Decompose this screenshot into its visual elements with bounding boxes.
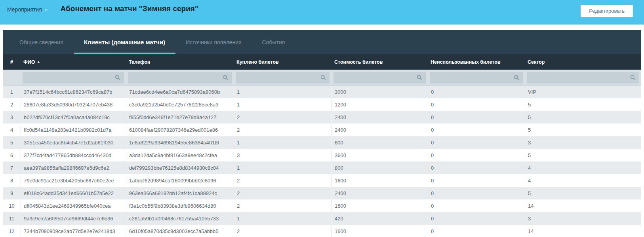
search-icon [223,75,228,80]
cell-phone: f855f0dd6e346f1e71b27e79d9a4a127 [126,111,234,123]
edit-button[interactable]: Редактировать [581,5,633,17]
filter-box-sector [527,72,639,83]
cell-phone: def799293bbe76125e8d8344930c8c04 [126,162,234,174]
cell-row-number: 11 [3,212,21,225]
cell-fio: aea397a9855affa298ff6697e5d9c6e2 [21,162,126,174]
cell-fio: 3051ea450edac8b4cb47e1d2ab61f030 [21,137,126,149]
cell-tickets-bought: 2 [234,187,332,199]
topbar: Мероприятия » Абонемент на матчи "Зимняя… [0,0,644,25]
table-row[interactable]: 3 b022df670cf13c47f0a0aca4a084c19c f855f… [3,111,641,124]
cell-tickets-cost: 1600 [332,200,428,212]
cell-tickets-unused: 0 [428,111,525,123]
cell-fio: b022df670cf13c47f0a0aca4a084c19c [21,111,126,123]
cell-tickets-bought: 1 [234,99,332,111]
cell-tickets-bought: 1 [234,86,332,98]
filter-box-tickets-cost [333,72,426,83]
column-header-index[interactable]: # [3,59,21,65]
search-icon [630,75,636,80]
cell-sector: 3 [525,137,641,149]
column-header-sector[interactable]: Сектор [525,59,641,65]
cell-fio: 7344b7090909ce2ab77d5e2e7e2418d3 [21,225,126,237]
filter-input-tickets-unused[interactable] [430,72,514,83]
table-row[interactable]: 5 3051ea450edac8b4cb47e1d2ab61f030 1c6a8… [3,137,641,149]
table-body: 1 37e7f1514c64bcc61c862347c69ca87b 71cda… [3,86,641,237]
table-row[interactable]: 1 37e7f1514c64bcc61c862347c69ca87b 71cda… [3,86,641,99]
table-row[interactable]: 6 377f7cd4fad477865db884cccd46430d a3da1… [3,149,641,162]
cell-sector: 5 [525,111,641,123]
table-row[interactable]: 4 ffc0d54a1148a283e1421b0982c01d7a 61008… [3,124,641,137]
filter-input-sector[interactable] [527,72,630,83]
breadcrumb[interactable]: Мероприятия [7,6,42,13]
cell-tickets-cost: 1600 [332,174,428,187]
cell-row-number: 12 [3,225,21,237]
filter-box-tickets-unused [430,72,523,83]
cell-tickets-bought: 2 [234,225,332,237]
table-row[interactable]: 11 9a9c9c52a609507cd9669df44e7e6b36 c261… [3,212,641,225]
cell-tickets-cost: 3600 [332,149,428,161]
tab-general-info[interactable]: Общие сведения [9,30,74,54]
cell-tickets-cost: 1200 [332,99,428,111]
cell-sector: 5 [525,124,641,136]
filter-row [3,70,641,86]
cell-tickets-unused: 0 [428,225,525,237]
cell-fio: ffc0d54a1148a283e1421b0982c01d7a [21,124,126,136]
cell-row-number: 9 [3,187,21,199]
filter-input-phone[interactable] [128,72,223,83]
sort-ascending-icon: ▲ [37,60,40,64]
cell-phone: 6d10f05a870d35c8d3003ecc7a5abbb5 [126,225,234,237]
column-header-fio[interactable]: ФИО▲ [21,59,126,65]
cell-tickets-unused: 0 [428,162,525,174]
cell-tickets-cost: 800 [332,162,428,174]
search-icon [320,75,326,80]
filter-input-tickets-cost[interactable] [333,72,417,83]
page-title: Абонемент на матчи "Зимняя серия" [61,4,198,13]
table-row[interactable]: 2 28607e8fa33d50980d7032f4707eb438 c3c0a… [3,99,641,111]
cell-fio: 37e7f1514c64bcc61c862347c69ca87b [21,86,126,98]
cell-tickets-cost: 2400 [332,111,428,123]
cell-tickets-bought: 2 [234,200,332,212]
cell-row-number: 3 [3,111,21,123]
column-header-tickets-bought[interactable]: Куплено билетов [234,59,332,65]
table-row[interactable]: 12 7344b7090909ce2ab77d5e2e7e2418d3 6d10… [3,225,641,237]
cell-tickets-cost: 2400 [332,124,428,136]
filter-input-tickets-bought[interactable] [236,72,320,83]
cell-tickets-cost: 420 [332,212,428,225]
cell-tickets-bought: 1 [234,162,332,174]
cell-sector: 5 [525,149,641,161]
search-icon [115,75,120,80]
cell-sector: 5 [525,187,641,199]
cell-sector: 4 [525,162,641,174]
cell-tickets-cost: 600 [332,137,428,149]
cell-phone: 963ea366a69192bb12af4fc1ca88924c [126,187,234,199]
table-row[interactable]: 9 ef018c64add35d341ed66601b57b5e22 963ea… [3,187,641,200]
cell-sector: 14 [525,225,641,237]
cell-phone: 71cdae6cd4ee6a0ca7d6475893a8060b [126,86,234,98]
table-row[interactable]: 10 dff045843d1ee2469349965bfe040cea f3e1… [3,200,641,212]
cell-phone: c261a59b1a0f0468c7617b5a41055733 [126,212,234,225]
tab-events[interactable]: События [252,30,295,54]
main-content: Общие сведения Клиенты (домашние матчи) … [3,30,641,237]
cell-tickets-bought: 2 [234,124,332,136]
cell-tickets-unused: 0 [428,86,525,98]
column-header-phone[interactable]: Телефон [126,59,234,65]
column-header-tickets-cost[interactable]: Стоимость билетов [332,59,428,65]
cell-tickets-unused: 0 [428,137,525,149]
filter-box-tickets-bought [236,72,330,83]
tab-clients-home-matches[interactable]: Клиенты (домашние матчи) [74,30,175,54]
table-row[interactable]: 8 79e0dc91cc21e3bb4205bc667c60e2ee 1a0dc… [3,174,641,187]
column-header-tickets-unused[interactable]: Неиспользованных билетов [428,59,525,65]
cell-row-number: 1 [3,86,21,98]
table-row[interactable]: 7 aea397a9855affa298ff6697e5d9c6e2 def79… [3,162,641,174]
cell-row-number: 6 [3,149,21,161]
cell-phone: a3da12da5c9a4bf81663a9ee48c2cfea [126,149,234,161]
tab-appearance-sources[interactable]: Источники появления [175,30,252,54]
cell-tickets-bought: 2 [234,174,332,187]
cell-tickets-unused: 0 [428,124,525,136]
cell-fio: 9a9c9c52a609507cd9669df44e7e6b36 [21,212,126,225]
filter-input-fio[interactable] [23,72,115,83]
cell-sector: 3 [525,212,641,225]
cell-fio: ef018c64add35d341ed66601b57b5e22 [21,187,126,199]
cell-tickets-unused: 0 [428,149,525,161]
cell-fio: dff045843d1ee2469349965bfe040cea [21,200,126,212]
cell-tickets-unused: 0 [428,174,525,187]
